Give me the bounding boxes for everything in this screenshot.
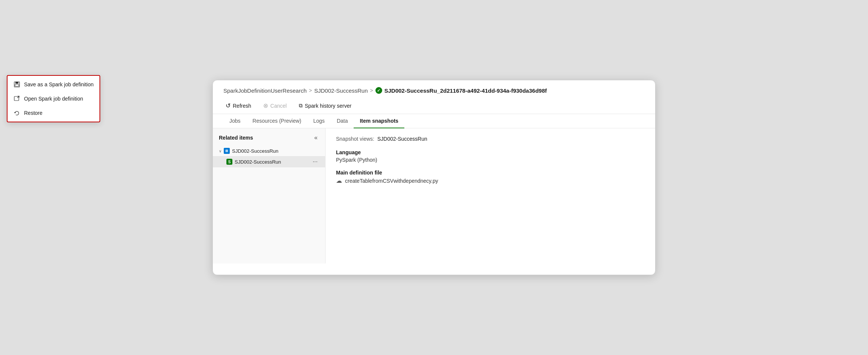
success-icon: ✓ [375, 87, 382, 94]
tabs-bar: Jobs Resources (Preview) Logs Data Item … [213, 114, 655, 128]
spark-history-label: Spark history server [305, 103, 351, 109]
breadcrumb-current: ✓ SJD002-SuccessRu_2d211678-a492-41dd-93… [375, 87, 547, 94]
snapshot-views-value: SJD002-SuccessRun [377, 136, 427, 142]
main-def-file: createTablefromCSVwithdependnecy.py [345, 178, 438, 184]
breadcrumb-sep2: > [370, 87, 373, 93]
toolbar: ↺ Refresh ⊗ Cancel ⧉ Spark history serve… [213, 98, 655, 114]
main-content-panel: Snapshot views: SJD002-SuccessRun Langua… [326, 128, 655, 263]
more-options-button[interactable]: ··· [311, 158, 319, 165]
cancel-icon: ⊗ [263, 102, 268, 109]
language-value: PySpark (Python) [336, 157, 645, 163]
folder-icon: ⊞ [224, 148, 230, 154]
breadcrumb-part2[interactable]: SJD002-SuccessRun [314, 87, 368, 94]
refresh-label: Refresh [233, 103, 251, 109]
tree-parent-label: SJD002-SuccessRun [232, 148, 279, 154]
main-window: SparkJobDefinitionUserResearch > SJD002-… [212, 80, 656, 275]
sidebar-header: Related items « [213, 128, 325, 146]
main-def-file-row: ☁ createTablefromCSVwithdependnecy.py [336, 177, 645, 184]
breadcrumb-sep1: > [309, 87, 312, 93]
tab-jobs[interactable]: Jobs [223, 114, 247, 128]
tab-item-snapshots[interactable]: Item snapshots [354, 114, 404, 128]
refresh-icon: ↺ [226, 102, 231, 109]
tree-item-parent[interactable]: ∨ ⊞ SJD002-SuccessRun [213, 146, 325, 156]
main-def-label: Main definition file [336, 170, 645, 176]
content-area: Related items « ∨ ⊞ SJD002-SuccessRun S … [213, 128, 655, 263]
cloud-icon: ☁ [336, 177, 342, 184]
breadcrumb-part1[interactable]: SparkJobDefinitionUserResearch [223, 87, 307, 94]
snapshot-views-row: Snapshot views: SJD002-SuccessRun [336, 136, 645, 142]
breadcrumb: SparkJobDefinitionUserResearch > SJD002-… [213, 80, 655, 98]
cancel-label: Cancel [270, 103, 287, 109]
chevron-down-icon: ∨ [219, 149, 222, 153]
tab-data[interactable]: Data [331, 114, 354, 128]
collapse-sidebar-button[interactable]: « [313, 134, 319, 142]
collapse-icon: « [314, 134, 318, 141]
file-spark-icon: S [226, 159, 232, 165]
sidebar: Related items « ∨ ⊞ SJD002-SuccessRun S … [213, 128, 326, 263]
spark-history-button[interactable]: ⧉ Spark history server [297, 101, 354, 110]
external-link-icon: ⧉ [299, 102, 303, 109]
tab-logs[interactable]: Logs [307, 114, 331, 128]
tree-child-label: SJD002-SuccessRun [235, 159, 281, 165]
tab-resources[interactable]: Resources (Preview) [247, 114, 307, 128]
main-def-section: Main definition file ☁ createTablefromCS… [336, 170, 645, 184]
language-label: Language [336, 149, 645, 155]
sidebar-title: Related items [219, 135, 253, 141]
language-field-section: Language PySpark (Python) [336, 149, 645, 163]
tree-item-child[interactable]: S SJD002-SuccessRun ··· [213, 156, 325, 167]
refresh-button[interactable]: ↺ Refresh [223, 101, 253, 111]
cancel-button[interactable]: ⊗ Cancel [261, 101, 289, 111]
snapshot-views-label: Snapshot views: [336, 136, 374, 142]
